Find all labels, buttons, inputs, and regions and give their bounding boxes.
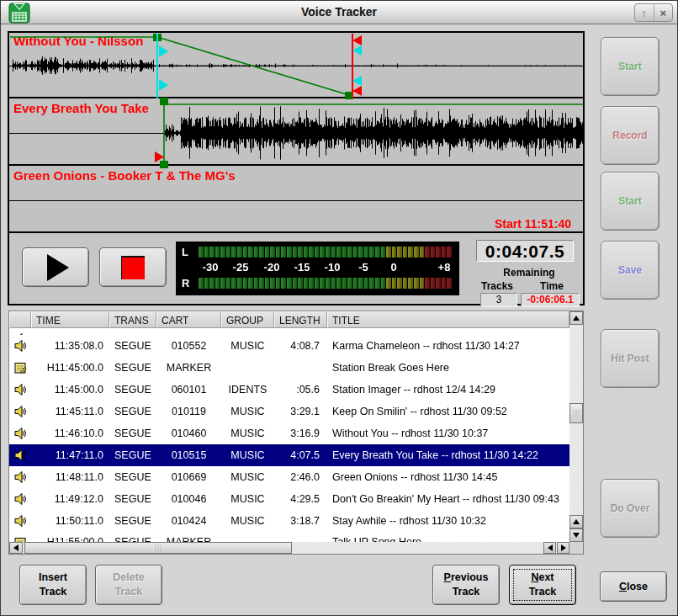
remaining-label: Remaining (495, 267, 563, 279)
hit-post-button[interactable]: Hit Post (601, 329, 659, 388)
play-button[interactable] (22, 247, 89, 287)
column-header-CART[interactable]: CART (156, 311, 221, 328)
meter-segment (414, 278, 419, 289)
do-over-button[interactable]: Do Over (601, 479, 659, 538)
close-window-button[interactable]: × (654, 4, 673, 21)
previous-track-button[interactable]: PreviousTrack (432, 565, 500, 605)
column-header-icon[interactable] (9, 311, 31, 328)
audio-cart-icon (13, 383, 27, 396)
scrollbar-corner (569, 542, 583, 554)
cell-trans: SEGUE (109, 406, 156, 417)
audio-cart-icon (13, 514, 27, 528)
log-row[interactable]: 11:49:12.0SEGUE010046MUSIC4:29.5Don't Go… (9, 488, 569, 510)
scroll-left-button[interactable] (9, 542, 23, 554)
horizontal-scroll-thumb[interactable] (24, 542, 292, 554)
meter-segment (226, 278, 231, 289)
track-2-waveform[interactable]: Every Breath You Take (9, 100, 583, 166)
cell-length: :05.6 (274, 384, 327, 396)
cell-length: 4:07.5 (274, 449, 327, 461)
meter-segment (331, 247, 336, 258)
insert-track-button[interactable]: InsertTrack (19, 565, 87, 605)
save-button[interactable]: Save (601, 241, 659, 300)
meter-segment (342, 278, 347, 289)
cell-time: 11:50:11.0 (31, 515, 109, 527)
cell-group: MUSIC (221, 340, 274, 352)
log-row[interactable]: H11:45:00.0SEGUEMARKERStation Break Goes… (9, 357, 569, 379)
record-button[interactable]: Record (601, 106, 659, 165)
cell-title: Stay Awhile -- rdhost 11/30 10:32 (327, 515, 569, 527)
log-row[interactable]: 11:46:10.0SEGUE010460MUSIC3:16.9Without … (9, 422, 569, 444)
horizontal-scrollbar[interactable] (9, 542, 569, 554)
log-row[interactable]: 11:45:00.0SEGUE060101IDENTS:05.6Station … (9, 379, 569, 401)
row-icon-cell (9, 405, 31, 418)
cell-group: MUSIC (221, 449, 274, 461)
meter-segment (315, 247, 320, 258)
shade-button[interactable]: ↑ (635, 4, 654, 21)
meter-segment (270, 247, 275, 258)
cell-trans: SEGUE (109, 532, 156, 542)
vu-left-label: L (182, 246, 188, 258)
column-header-TRANS[interactable]: TRANS (109, 311, 156, 328)
vertical-scrollbar[interactable] (569, 311, 583, 542)
delete-track-button[interactable]: DeleteTrack (95, 565, 162, 605)
column-header-TITLE[interactable]: TITLE (327, 311, 569, 328)
log-row[interactable] (9, 328, 569, 335)
cell-trans: SEGUE (109, 340, 156, 352)
meter-segment (364, 278, 369, 289)
stop-button[interactable] (99, 247, 167, 287)
meter-segment (270, 278, 275, 289)
log-row[interactable]: H11:55:00.0SEGUEMARKERTalk UP Song Here (9, 532, 569, 542)
marker-note-icon (13, 536, 27, 542)
cell-length: 4:29.5 (274, 493, 327, 505)
cell-trans: SEGUE (109, 493, 156, 505)
track-1-waveform[interactable]: Without You - Nilsson (9, 33, 583, 98)
close-button[interactable]: Close (600, 571, 667, 602)
start-1-button[interactable]: Start (601, 37, 659, 96)
track-2-start-time-label: Start 11:51:40 (495, 217, 571, 231)
cell-trans: SEGUE (109, 449, 156, 461)
meter-segment (276, 278, 281, 289)
column-header-LENGTH[interactable]: LENGTH (274, 311, 327, 328)
log-row[interactable]: 11:50:11.0SEGUE010424MUSIC3:18.7Stay Awh… (9, 510, 569, 532)
cell-title: Keep On Smilin' -- rdhost 11/30 09:52 (327, 406, 569, 417)
next-track-button[interactable]: NextTrack (509, 565, 576, 605)
meter-segment (309, 278, 314, 289)
scroll-down-button[interactable] (569, 528, 583, 542)
scroll-right-button[interactable] (557, 542, 569, 554)
meter-segment (431, 247, 436, 258)
meter-segment (315, 278, 320, 289)
start-2-button[interactable]: Start (601, 172, 659, 231)
row-icon-cell (9, 383, 31, 396)
column-header-GROUP[interactable]: GROUP (221, 311, 274, 328)
meter-scale-tick: 0 (390, 261, 396, 273)
log-row[interactable]: 11:48:11.0SEGUE010669MUSIC2:46.0Green On… (9, 466, 569, 488)
log-row-selected[interactable]: 11:47:11.0SEGUE010515MUSIC4:07.5Every Br… (9, 444, 569, 466)
meter-segment (293, 247, 298, 258)
remaining-time-label: Time (527, 280, 577, 292)
cell-length: 3:16.9 (274, 427, 327, 439)
cell-cart: 010515 (156, 449, 221, 461)
scroll-up-button-2[interactable] (569, 515, 583, 528)
log-row[interactable]: 11:35:08.0SEGUE010552MUSIC4:08.7Karma Ch… (9, 335, 569, 357)
scroll-up-button[interactable] (569, 311, 583, 325)
cell-group: MUSIC (221, 493, 274, 505)
meter-segment (226, 247, 231, 258)
meter-segment (265, 247, 270, 258)
cell-title: Station Imager -- rdhost 12/4 14:29 (327, 384, 569, 396)
remaining-time-value: -0:06:06.1 (521, 293, 580, 307)
row-icon-cell (9, 427, 31, 440)
voice-tracker-window: Voice Tracker ↑ × Without You - Nilsson … (0, 0, 678, 616)
meter-segment (397, 278, 402, 289)
vertical-scroll-thumb[interactable] (569, 403, 583, 423)
meter-segment (281, 278, 286, 289)
meter-segment (425, 247, 430, 258)
meter-segment (442, 247, 447, 258)
meter-segment (265, 278, 270, 289)
cell-group: MUSIC (221, 427, 274, 439)
scroll-left-button-2[interactable] (543, 542, 556, 554)
meter-segment (237, 247, 242, 258)
meter-segment (304, 278, 309, 289)
column-header-TIME[interactable]: TIME (31, 311, 109, 328)
log-row[interactable]: 11:45:11.0SEGUE010119MUSIC3:29.1Keep On … (9, 401, 569, 422)
meter-segment (293, 278, 298, 289)
